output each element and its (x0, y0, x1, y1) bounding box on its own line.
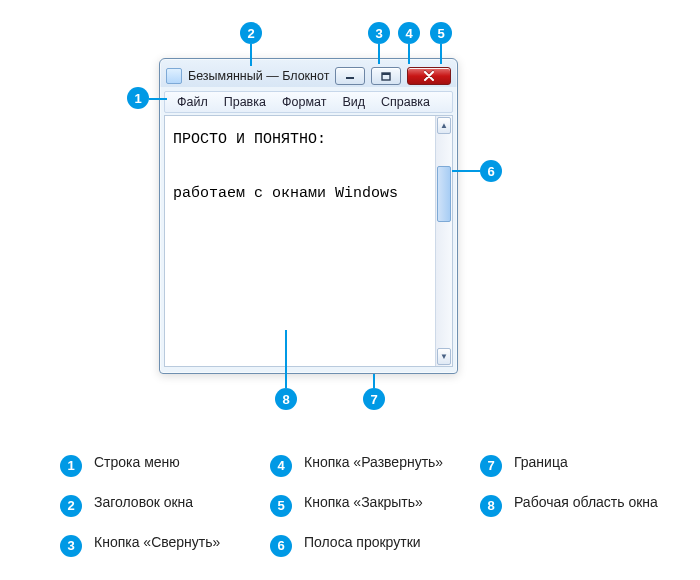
legend-item-1: 1Строка меню (60, 454, 260, 492)
legend-num: 6 (270, 535, 292, 557)
leader-8 (285, 330, 287, 388)
leader-5 (440, 44, 442, 64)
window-title: Безымянный — Блокнот (188, 69, 329, 83)
callout-7: 7 (363, 388, 385, 410)
callout-2: 2 (240, 22, 262, 44)
leader-3 (378, 44, 380, 64)
legend-num: 7 (480, 455, 502, 477)
leader-6 (452, 170, 480, 172)
legend-label: Кнопка «Свернуть» (94, 534, 220, 551)
maximize-icon (381, 72, 391, 81)
close-button[interactable] (407, 67, 451, 85)
legend-num: 8 (480, 495, 502, 517)
legend-item-4: 4Кнопка «Развернуть» (270, 454, 470, 492)
scroll-up-icon: ▲ (440, 121, 448, 130)
callout-4: 4 (398, 22, 420, 44)
leader-1 (149, 98, 167, 100)
callout-3: 3 (368, 22, 390, 44)
svg-rect-2 (382, 73, 390, 75)
legend-item-5: 5Кнопка «Закрыть» (270, 494, 470, 532)
legend-num: 4 (270, 455, 292, 477)
menu-help[interactable]: Справка (373, 93, 438, 111)
menu-edit[interactable]: Правка (216, 93, 274, 111)
menu-file[interactable]: Файл (169, 93, 216, 111)
minimize-icon (345, 72, 355, 80)
maximize-button[interactable] (371, 67, 401, 85)
legend-num: 3 (60, 535, 82, 557)
menu-view[interactable]: Вид (334, 93, 373, 111)
scroll-thumb[interactable] (437, 166, 451, 222)
menu-format[interactable]: Формат (274, 93, 334, 111)
scroll-track[interactable] (437, 136, 451, 346)
legend-label: Кнопка «Развернуть» (304, 454, 443, 471)
legend-item-7: 7Граница (480, 454, 680, 492)
callout-1: 1 (127, 87, 149, 109)
text-line-2: работаем с окнами Windows (173, 185, 398, 202)
vertical-scrollbar[interactable]: ▲ ▼ (435, 116, 452, 366)
legend: 1Строка меню 2Заголовок окна 3Кнопка «Св… (60, 454, 660, 572)
notepad-window: Безымянный — Блокнот Файл Правка Формат … (159, 58, 458, 374)
scroll-down-icon: ▼ (440, 352, 448, 361)
legend-label: Граница (514, 454, 568, 471)
leader-4 (408, 44, 410, 64)
svg-rect-0 (346, 77, 354, 79)
notepad-app-icon (166, 68, 182, 84)
legend-label: Строка меню (94, 454, 180, 471)
close-icon (423, 71, 435, 81)
scroll-up-button[interactable]: ▲ (437, 117, 451, 134)
leader-2 (250, 44, 252, 66)
text-line-1: ПРОСТО И ПОНЯТНО: (173, 131, 326, 148)
callout-8: 8 (275, 388, 297, 410)
legend-num: 1 (60, 455, 82, 477)
scroll-down-button[interactable]: ▼ (437, 348, 451, 365)
legend-item-6: 6Полоса прокрутки (270, 534, 470, 572)
legend-label: Кнопка «Закрыть» (304, 494, 423, 511)
legend-label: Заголовок окна (94, 494, 193, 511)
legend-label: Рабочая область окна (514, 494, 658, 511)
menu-bar[interactable]: Файл Правка Формат Вид Справка (164, 91, 453, 113)
text-area[interactable]: ПРОСТО И ПОНЯТНО: работаем с окнами Wind… (165, 116, 435, 366)
legend-item-8: 8Рабочая область окна (480, 494, 680, 532)
legend-label: Полоса прокрутки (304, 534, 421, 551)
minimize-button[interactable] (335, 67, 365, 85)
legend-item-2: 2Заголовок окна (60, 494, 260, 532)
client-area: ПРОСТО И ПОНЯТНО: работаем с окнами Wind… (164, 115, 453, 367)
legend-num: 5 (270, 495, 292, 517)
callout-5: 5 (430, 22, 452, 44)
legend-num: 2 (60, 495, 82, 517)
title-bar[interactable]: Безымянный — Блокнот (164, 63, 453, 89)
callout-6: 6 (480, 160, 502, 182)
legend-item-3: 3Кнопка «Свернуть» (60, 534, 260, 572)
leader-7 (373, 374, 375, 388)
